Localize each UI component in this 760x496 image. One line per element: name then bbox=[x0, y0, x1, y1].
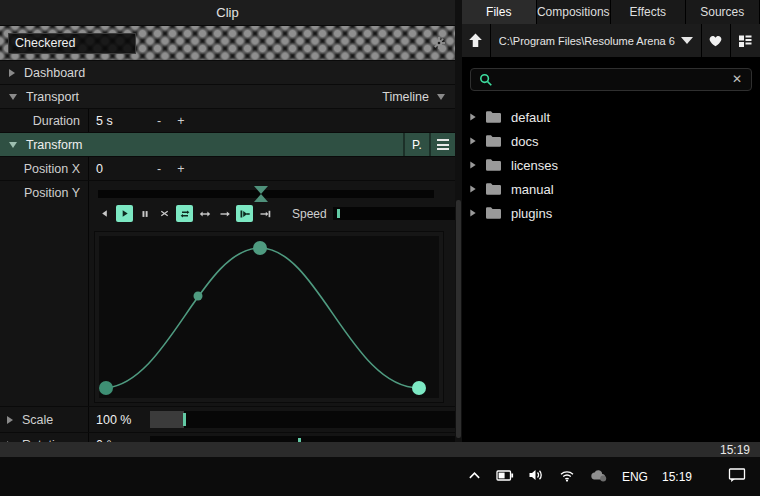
position-x-value[interactable]: 0 bbox=[96, 162, 148, 176]
tab-files[interactable]: Files bbox=[462, 0, 537, 24]
folder-row-manual[interactable]: manual bbox=[462, 177, 760, 201]
go-to-end-button[interactable] bbox=[256, 205, 273, 222]
folder-row-default[interactable]: default bbox=[462, 105, 760, 129]
duration-value[interactable]: 5 s bbox=[96, 114, 148, 128]
favorite-button[interactable] bbox=[702, 24, 731, 57]
expand-arrow-icon[interactable] bbox=[470, 209, 475, 216]
gear-icon[interactable] bbox=[431, 35, 447, 54]
expand-arrow-icon bbox=[9, 69, 15, 77]
scrollbar-thumb[interactable] bbox=[456, 200, 461, 438]
chevron-down-icon bbox=[681, 37, 693, 44]
current-path-dropdown[interactable]: C:\Program Files\Resolume Arena 6 bbox=[491, 24, 702, 57]
play-backwards-button[interactable] bbox=[96, 205, 113, 222]
position-y-label: Position Y bbox=[0, 181, 88, 406]
transform-menu-button[interactable] bbox=[429, 133, 455, 156]
wifi-icon bbox=[559, 469, 575, 482]
clip-panel: Clip Checkered Dashboard bbox=[0, 0, 455, 442]
bounce-mode-button[interactable] bbox=[196, 205, 213, 222]
app-window: Clip Checkered Dashboard bbox=[0, 0, 760, 496]
curve-point-end-selected[interactable] bbox=[412, 381, 426, 395]
folder-name: plugins bbox=[511, 206, 552, 221]
volume-tray-button[interactable] bbox=[528, 468, 545, 485]
search-clear-button[interactable]: ✕ bbox=[732, 72, 742, 86]
transport-mode-value: Timeline bbox=[382, 90, 429, 104]
folder-name: manual bbox=[511, 182, 554, 197]
curve-point-start[interactable] bbox=[99, 381, 113, 395]
tray-overflow-button[interactable] bbox=[467, 469, 482, 485]
onedrive-tray-button[interactable] bbox=[589, 468, 608, 485]
speed-slider-handle[interactable] bbox=[337, 209, 340, 218]
envelope-curve-editor[interactable] bbox=[94, 231, 444, 403]
duration-label: Duration bbox=[0, 114, 88, 128]
folder-row-licenses[interactable]: licenses bbox=[462, 153, 760, 177]
cloud-icon bbox=[589, 468, 608, 482]
battery-tray-button[interactable] bbox=[496, 469, 514, 485]
scale-value[interactable]: 100 % bbox=[96, 413, 148, 427]
folder-row-docs[interactable]: docs bbox=[462, 129, 760, 153]
folder-up-button[interactable] bbox=[462, 24, 491, 57]
position-x-increment-button[interactable]: + bbox=[170, 162, 192, 176]
view-mode-button[interactable] bbox=[731, 24, 760, 57]
notification-icon bbox=[728, 467, 746, 483]
dashboard-section-header[interactable]: Dashboard bbox=[0, 61, 455, 85]
scale-row: Scale 100 % bbox=[0, 407, 455, 433]
duration-value-area[interactable]: 5 s - + bbox=[88, 109, 455, 132]
hamburger-menu-icon bbox=[437, 139, 449, 150]
scale-label: Scale bbox=[20, 413, 88, 427]
expand-arrow-icon[interactable] bbox=[470, 113, 475, 120]
folder-name: docs bbox=[511, 134, 538, 149]
app-status-bar: 15:19 bbox=[0, 442, 760, 457]
clip-name-field[interactable]: Checkered bbox=[8, 33, 136, 54]
folder-name: default bbox=[511, 110, 550, 125]
expand-arrow-icon[interactable] bbox=[470, 137, 475, 144]
chevron-down-icon bbox=[437, 94, 445, 100]
search-row: ✕ bbox=[462, 58, 760, 99]
envelope-curve[interactable] bbox=[99, 236, 441, 400]
curve-point-mid[interactable] bbox=[194, 292, 203, 301]
tab-effects[interactable]: Effects bbox=[611, 0, 686, 24]
network-tray-button[interactable] bbox=[559, 469, 575, 485]
play-forwards-button[interactable] bbox=[116, 205, 133, 222]
play-from-marker-button[interactable] bbox=[236, 205, 253, 222]
browser-tabs: Files Compositions Effects Sources bbox=[462, 0, 760, 24]
duration-decrement-button[interactable]: - bbox=[148, 114, 170, 128]
transport-mode-dropdown[interactable]: Timeline bbox=[382, 90, 445, 104]
tab-compositions[interactable]: Compositions bbox=[537, 0, 612, 24]
clip-name-label: Checkered bbox=[15, 36, 75, 50]
folder-icon bbox=[485, 158, 502, 172]
tab-sources[interactable]: Sources bbox=[686, 0, 760, 24]
expand-arrow-icon bbox=[7, 416, 13, 424]
scale-slider[interactable] bbox=[150, 411, 457, 428]
collapse-arrow-icon bbox=[9, 94, 17, 100]
speed-label: Speed bbox=[292, 207, 327, 221]
scale-slider-handle[interactable] bbox=[183, 413, 186, 426]
search-input[interactable]: ✕ bbox=[470, 68, 752, 91]
transform-section-header[interactable]: Transform P. bbox=[0, 133, 455, 157]
position-y-row: Position Y bbox=[0, 181, 455, 407]
folder-row-plugins[interactable]: plugins bbox=[462, 201, 760, 225]
file-list: default docs licenses bbox=[462, 99, 760, 225]
action-center-button[interactable] bbox=[728, 467, 746, 486]
clip-thumbnail-strip[interactable]: Checkered bbox=[0, 26, 455, 61]
transport-section-header[interactable]: Transport Timeline bbox=[0, 85, 455, 109]
curve-point-peak[interactable] bbox=[253, 241, 267, 255]
windows-taskbar: ENG 15:19 bbox=[0, 457, 760, 496]
random-playback-button[interactable] bbox=[156, 205, 173, 222]
arrow-up-icon bbox=[467, 32, 484, 49]
dashboard-label: Dashboard bbox=[24, 66, 85, 80]
expand-arrow-icon[interactable] bbox=[470, 185, 475, 192]
loop-mode-button[interactable] bbox=[176, 205, 193, 222]
pause-button[interactable] bbox=[136, 205, 153, 222]
language-indicator[interactable]: ENG bbox=[622, 470, 648, 484]
clip-panel-scrollbar[interactable] bbox=[455, 0, 462, 442]
envelope-timeline-slider[interactable] bbox=[98, 190, 434, 198]
position-x-decrement-button[interactable]: - bbox=[148, 162, 170, 176]
duration-increment-button[interactable]: + bbox=[170, 114, 192, 128]
duration-row: Duration 5 s - + bbox=[0, 109, 455, 133]
expand-arrow-icon[interactable] bbox=[470, 161, 475, 168]
transform-preset-button[interactable]: P. bbox=[403, 133, 429, 156]
taskbar-clock[interactable]: 15:19 bbox=[662, 470, 692, 484]
play-once-button[interactable] bbox=[216, 205, 233, 222]
position-x-value-area[interactable]: 0 - + bbox=[88, 157, 455, 180]
search-icon bbox=[479, 73, 493, 91]
